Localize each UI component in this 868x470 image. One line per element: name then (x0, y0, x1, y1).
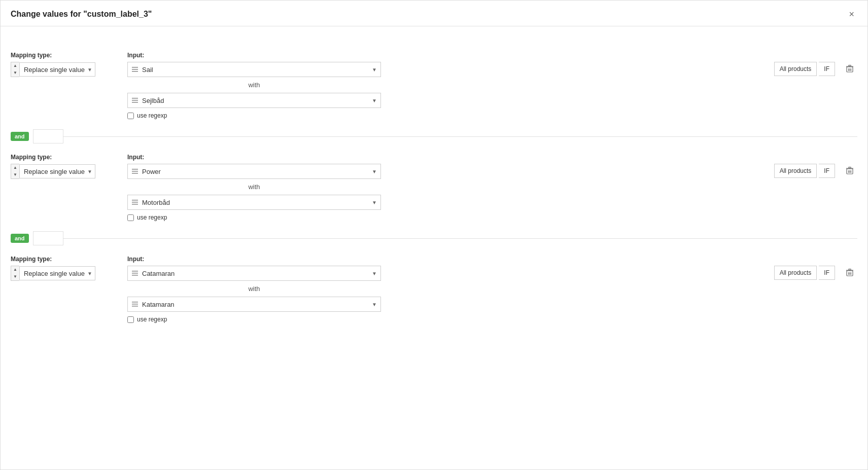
use-regexp-row-1: use regexp (127, 108, 381, 119)
replace-dropdown-wrapper-3: Katamaran Sejlbåd Motorbåd ▼ (127, 297, 381, 312)
if-button-2[interactable]: IF (819, 164, 835, 178)
all-products-button-1[interactable]: All products (774, 62, 817, 76)
svg-rect-19 (848, 170, 849, 173)
svg-rect-20 (849, 170, 850, 173)
with-label-1: with (127, 77, 381, 93)
svg-rect-35 (849, 269, 851, 270)
stepper-wrapper-3: ▲ ▼ Replace single value Replace all val… (11, 266, 117, 281)
svg-rect-8 (849, 68, 850, 71)
input-section-2: Input: Power Sail Catamaran (127, 154, 381, 221)
mapping-type-select-1[interactable]: Replace single value Replace all values … (19, 62, 95, 77)
use-regexp-checkbox-3[interactable] (127, 316, 134, 323)
use-regexp-label-2[interactable]: use regexp (137, 214, 167, 221)
svg-rect-23 (849, 167, 851, 168)
input-dropdown-wrapper-1: Sail Power Catamaran ▼ (127, 62, 381, 77)
mapping-type-section-2: Mapping type: ▲ ▼ Replace single value R… (11, 154, 117, 179)
svg-rect-21 (851, 170, 851, 173)
modal: Change values for "custom_label_3" × Map… (0, 0, 868, 470)
right-section-1: All products IF (774, 52, 857, 76)
and-badge-2: and (11, 234, 29, 243)
divider-line-2 (63, 238, 857, 239)
mapping-select-wrapper-2: Replace single value Replace all values … (19, 164, 95, 179)
input-dropdown-wrapper-2: Power Sail Catamaran ▼ (127, 164, 381, 179)
replace-dropdown-wrapper-2: Motorbåd Sejlbåd Katamaran ▼ (127, 195, 381, 210)
mapping-type-select-3[interactable]: Replace single value Replace all values … (19, 266, 95, 280)
stepper-down-3[interactable]: ▼ (11, 273, 19, 280)
divider-line-1 (63, 136, 857, 137)
all-products-button-3[interactable]: All products (774, 266, 817, 280)
svg-rect-31 (848, 272, 849, 275)
stepper-up-1[interactable]: ▲ (11, 62, 19, 69)
mapping-row-1: Mapping type: ▲ ▼ Replace single value R… (11, 42, 857, 124)
and-badge-1: and (11, 132, 29, 141)
replace-select-3[interactable]: Katamaran Sejlbåd Motorbåd (127, 297, 381, 312)
mapping-type-section-1: Mapping type: ▲ ▼ Replace single value R… (11, 52, 117, 77)
stepper-up-3[interactable]: ▲ (11, 266, 19, 273)
delete-button-3[interactable] (842, 266, 857, 280)
modal-header: Change values for "custom_label_3" × (1, 1, 867, 26)
mapping-block-3: Mapping type: ▲ ▼ Replace single value R… (11, 245, 857, 328)
use-regexp-checkbox-1[interactable] (127, 113, 134, 119)
use-regexp-row-3: use regexp (127, 312, 381, 323)
input-select-1[interactable]: Sail Power Catamaran (127, 62, 381, 77)
svg-rect-32 (849, 272, 850, 275)
mapping-type-label-2: Mapping type: (11, 154, 117, 161)
with-label-3: with (127, 281, 381, 297)
right-section-3: All products IF (774, 256, 857, 280)
stepper-up-2[interactable]: ▲ (11, 164, 19, 171)
divider-row-1: and (11, 129, 857, 143)
mapping-select-wrapper-3: Replace single value Replace all values … (19, 266, 95, 281)
input-select-2[interactable]: Power Sail Catamaran (127, 164, 381, 179)
input-label-1: Input: (127, 52, 381, 59)
replace-dropdown-wrapper-1: Sejlbåd Motorbåd Katamaran ▼ (127, 93, 381, 108)
input-section-1: Input: Sail Power Catamaran (127, 52, 381, 119)
replace-select-2[interactable]: Motorbåd Sejlbåd Katamaran (127, 195, 381, 210)
svg-rect-33 (851, 272, 851, 275)
delete-button-2[interactable] (842, 164, 857, 178)
mapping-type-select-2[interactable]: Replace single value Replace all values … (19, 164, 95, 178)
mapping-row-2: Mapping type: ▲ ▼ Replace single value R… (11, 143, 857, 226)
input-select-3[interactable]: Catamaran Sail Power (127, 266, 381, 281)
stepper-wrapper-1: ▲ ▼ Replace single value Replace all val… (11, 62, 117, 77)
svg-rect-11 (849, 65, 851, 66)
close-button[interactable]: × (846, 9, 857, 20)
mapping-type-section-3: Mapping type: ▲ ▼ Replace single value R… (11, 256, 117, 281)
stepper-wrapper-2: ▲ ▼ Replace single value Replace all val… (11, 164, 117, 179)
right-section-2: All products IF (774, 154, 857, 178)
with-label-2: with (127, 179, 381, 195)
if-button-3[interactable]: IF (819, 266, 835, 280)
input-dropdown-wrapper-3: Catamaran Sail Power ▼ (127, 266, 381, 281)
use-regexp-label-3[interactable]: use regexp (137, 316, 167, 323)
svg-rect-9 (851, 68, 851, 71)
modal-body: Mapping type: ▲ ▼ Replace single value R… (1, 26, 867, 338)
mapping-row-3: Mapping type: ▲ ▼ Replace single value R… (11, 245, 857, 328)
input-label-2: Input: (127, 154, 381, 161)
mapping-block-1: Mapping type: ▲ ▼ Replace single value R… (11, 42, 857, 143)
mapping-type-label-3: Mapping type: (11, 256, 117, 263)
use-regexp-row-2: use regexp (127, 210, 381, 221)
spacer-2 (33, 231, 63, 245)
use-regexp-label-1[interactable]: use regexp (137, 112, 167, 119)
all-products-button-2[interactable]: All products (774, 164, 817, 178)
input-label-3: Input: (127, 256, 381, 263)
modal-title: Change values for "custom_label_3" (11, 10, 152, 19)
replace-select-1[interactable]: Sejlbåd Motorbåd Katamaran (127, 93, 381, 108)
divider-row-2: and (11, 231, 857, 245)
stepper-down-2[interactable]: ▼ (11, 171, 19, 178)
spacer-1 (33, 129, 63, 143)
delete-button-1[interactable] (842, 62, 857, 76)
stepper-buttons-3: ▲ ▼ (11, 266, 19, 281)
input-section-3: Input: Catamaran Sail Power (127, 256, 381, 323)
stepper-buttons-2: ▲ ▼ (11, 164, 19, 179)
use-regexp-checkbox-2[interactable] (127, 214, 134, 221)
if-button-1[interactable]: IF (819, 62, 835, 76)
mapping-type-label-1: Mapping type: (11, 52, 117, 59)
stepper-buttons-1: ▲ ▼ (11, 62, 19, 77)
svg-rect-7 (848, 68, 849, 71)
mapping-block-2: Mapping type: ▲ ▼ Replace single value R… (11, 143, 857, 245)
stepper-down-1[interactable]: ▼ (11, 69, 19, 77)
mapping-select-wrapper-1: Replace single value Replace all values … (19, 62, 95, 77)
